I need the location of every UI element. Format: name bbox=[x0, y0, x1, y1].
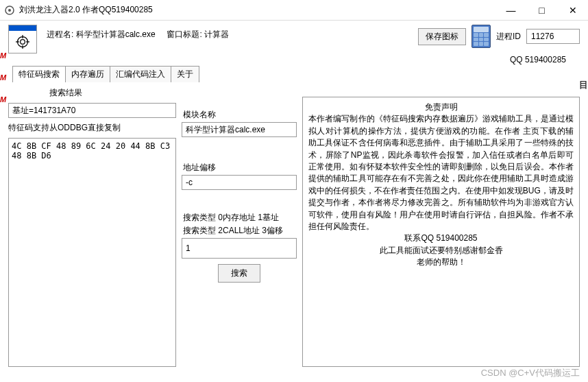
disclaimer-title: 免责声明 bbox=[308, 102, 574, 113]
tab-signature-search[interactable]: 特征码搜索 bbox=[12, 66, 66, 82]
module-name-input[interactable] bbox=[182, 122, 297, 137]
qq-contact: QQ 519400285 bbox=[510, 52, 580, 64]
window-title: 刘洪龙注入器2.0 作者QQ519400285 bbox=[19, 4, 495, 16]
window-title-label: 窗口标题: bbox=[167, 29, 201, 39]
minimize-button[interactable]: — bbox=[495, 0, 526, 20]
tab-about[interactable]: 关于 bbox=[171, 66, 199, 82]
app-icon bbox=[4, 5, 15, 16]
target-icon bbox=[16, 35, 29, 49]
search-type-label-2: 搜索类型 2CALL地址 3偏移 bbox=[182, 225, 297, 237]
disclaimer-box: 免责声明 本作者编写制作的《特征码搜索内存数据遍历》游戏辅助工具，是通过模拟人对… bbox=[302, 97, 580, 367]
window-title-value: 计算器 bbox=[204, 29, 229, 39]
svg-point-1 bbox=[8, 9, 11, 12]
oddbg-note: 特征码支持从ODDBG直接复制 bbox=[8, 122, 176, 134]
tab-asm-inject[interactable]: 汇编代码注入 bbox=[110, 66, 171, 82]
save-icon-button[interactable]: 保存图标 bbox=[418, 28, 466, 45]
side-cropped-marks: M M M bbox=[0, 51, 7, 104]
disclaimer-thanks-2: 老师的帮助！ bbox=[308, 256, 574, 268]
disclaimer-thanks-1: 此工具能面试还要特别感谢郁金香 bbox=[308, 245, 574, 256]
titlebar: 刘洪龙注入器2.0 作者QQ519400285 — □ ✕ bbox=[0, 0, 588, 21]
tab-memory-traverse[interactable]: 内存遍历 bbox=[65, 66, 110, 82]
search-type-input[interactable] bbox=[182, 238, 297, 259]
tab-bar: 特征码搜索 内存遍历 汇编代码注入 关于 bbox=[0, 66, 588, 83]
calculator-icon bbox=[471, 25, 491, 48]
maximize-button[interactable]: □ bbox=[526, 0, 557, 20]
process-info: 进程名: 科学型计算器calc.exe 窗口标题: 计算器 bbox=[47, 25, 229, 40]
close-button[interactable]: ✕ bbox=[557, 0, 588, 20]
pid-label: 进程ID bbox=[496, 31, 521, 43]
disclaimer-body: 本作者编写制作的《特征码搜索内存数据遍历》游戏辅助工具，是通过模拟人对计算机的操… bbox=[308, 113, 574, 232]
svg-point-3 bbox=[21, 40, 25, 45]
window-controls: — □ ✕ bbox=[495, 0, 588, 20]
results-label: 搜索结果 bbox=[48, 87, 176, 99]
signature-results[interactable]: 4C 8B CF 48 89 6C 24 20 44 8B C3 48 8B D… bbox=[8, 138, 176, 367]
process-name-label: 进程名: bbox=[47, 29, 73, 39]
search-button[interactable]: 搜索 bbox=[218, 264, 260, 283]
search-type-label-1: 搜索类型 0内存地址 1基址 bbox=[182, 212, 297, 224]
base-address-input[interactable] bbox=[8, 103, 176, 118]
offset-label: 地址偏移 bbox=[182, 162, 297, 174]
content-area: 搜索结果 特征码支持从ODDBG直接复制 4C 8B CF 48 89 6C 2… bbox=[0, 83, 588, 371]
module-name-label: 模块名称 bbox=[182, 109, 297, 121]
process-name-value: 科学型计算器calc.exe bbox=[76, 29, 156, 39]
header: 进程名: 科学型计算器calc.exe 窗口标题: 计算器 保存图标 进程ID … bbox=[0, 21, 588, 62]
offset-input[interactable] bbox=[182, 175, 297, 190]
right-cropped-fragment: 目 bbox=[579, 79, 588, 91]
disclaimer-contact: 联系QQ 519400285 bbox=[308, 232, 574, 244]
process-icon-box bbox=[8, 25, 37, 53]
pid-input[interactable] bbox=[526, 29, 580, 44]
